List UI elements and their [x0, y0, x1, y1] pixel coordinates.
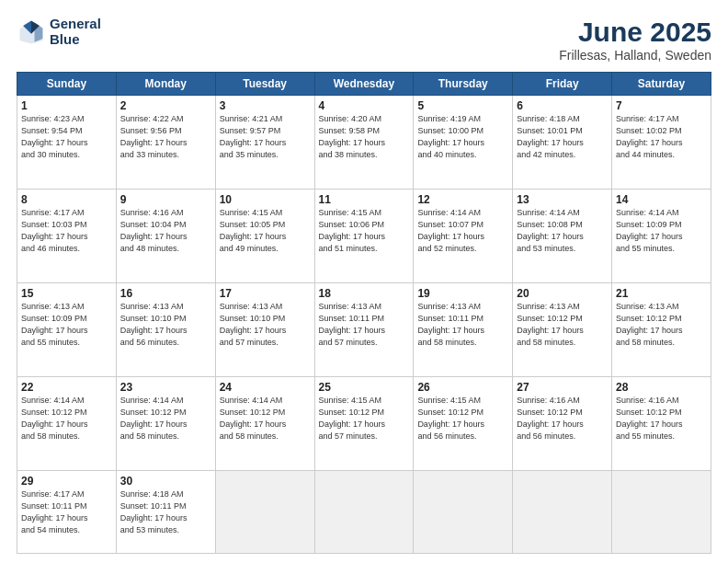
day-info: Sunrise: 4:15 AMSunset: 10:12 PMDaylight…	[417, 395, 508, 442]
table-row: 26Sunrise: 4:15 AMSunset: 10:12 PMDaylig…	[414, 376, 513, 470]
table-row: 3Sunrise: 4:21 AMSunset: 9:57 PMDaylight…	[215, 96, 314, 190]
day-info: Sunrise: 4:17 AMSunset: 10:11 PMDaylight…	[21, 488, 112, 536]
day-info: Sunrise: 4:16 AMSunset: 10:04 PMDaylight…	[120, 207, 211, 255]
day-info: Sunrise: 4:13 AMSunset: 10:10 PMDaylight…	[120, 301, 211, 349]
day-number: 6	[517, 99, 608, 112]
day-number: 12	[417, 193, 508, 206]
day-info: Sunrise: 4:14 AMSunset: 10:09 PMDaylight…	[616, 207, 707, 255]
logo-line2: Blue	[50, 32, 101, 48]
day-info: Sunrise: 4:19 AMSunset: 10:00 PMDaylight…	[417, 113, 508, 161]
day-number: 15	[21, 287, 112, 300]
logo-icon	[17, 17, 46, 47]
day-number: 1	[21, 99, 112, 112]
day-number: 4	[319, 99, 410, 112]
day-number: 25	[319, 381, 410, 394]
table-row	[314, 470, 414, 553]
table-row: 27Sunrise: 4:16 AMSunset: 10:12 PMDaylig…	[513, 376, 612, 470]
header: General Blue June 2025 Frillesas, Hallan…	[17, 17, 711, 63]
day-info: Sunrise: 4:13 AMSunset: 10:12 PMDaylight…	[517, 301, 608, 349]
table-row: 22Sunrise: 4:14 AMSunset: 10:12 PMDaylig…	[17, 376, 117, 470]
day-number: 16	[120, 287, 211, 300]
day-number: 8	[21, 193, 112, 206]
table-row: 28Sunrise: 4:16 AMSunset: 10:12 PMDaylig…	[612, 376, 711, 470]
header-row: Sunday Monday Tuesday Wednesday Thursday…	[17, 73, 711, 96]
logo: General Blue	[17, 17, 101, 47]
col-saturday: Saturday	[612, 73, 711, 96]
table-row: 5Sunrise: 4:19 AMSunset: 10:00 PMDayligh…	[414, 96, 513, 190]
table-row	[414, 470, 513, 553]
table-row: 15Sunrise: 4:13 AMSunset: 10:09 PMDaylig…	[17, 282, 117, 376]
table-row: 13Sunrise: 4:14 AMSunset: 10:08 PMDaylig…	[513, 189, 612, 282]
day-info: Sunrise: 4:20 AMSunset: 9:58 PMDaylight:…	[319, 113, 410, 161]
table-row	[513, 470, 612, 553]
table-row: 10Sunrise: 4:15 AMSunset: 10:05 PMDaylig…	[215, 189, 314, 282]
table-row	[215, 470, 314, 553]
table-row: 17Sunrise: 4:13 AMSunset: 10:10 PMDaylig…	[215, 282, 314, 376]
table-row: 7Sunrise: 4:17 AMSunset: 10:02 PMDayligh…	[612, 96, 711, 190]
day-info: Sunrise: 4:16 AMSunset: 10:12 PMDaylight…	[517, 395, 608, 442]
table-row: 12Sunrise: 4:14 AMSunset: 10:07 PMDaylig…	[414, 189, 513, 282]
table-row: 8Sunrise: 4:17 AMSunset: 10:03 PMDayligh…	[17, 189, 117, 282]
day-info: Sunrise: 4:13 AMSunset: 10:11 PMDaylight…	[417, 301, 508, 349]
day-info: Sunrise: 4:18 AMSunset: 10:11 PMDaylight…	[120, 488, 211, 536]
day-info: Sunrise: 4:15 AMSunset: 10:05 PMDaylight…	[220, 207, 311, 255]
day-number: 3	[220, 99, 311, 112]
day-info: Sunrise: 4:17 AMSunset: 10:03 PMDaylight…	[21, 207, 112, 255]
day-number: 22	[21, 381, 112, 394]
day-number: 14	[616, 193, 707, 206]
day-info: Sunrise: 4:16 AMSunset: 10:12 PMDaylight…	[616, 395, 707, 442]
day-number: 30	[120, 475, 211, 488]
table-row	[612, 470, 711, 553]
table-row: 18Sunrise: 4:13 AMSunset: 10:11 PMDaylig…	[314, 282, 414, 376]
col-monday: Monday	[116, 73, 215, 96]
day-info: Sunrise: 4:13 AMSunset: 10:11 PMDaylight…	[319, 301, 410, 349]
day-number: 9	[120, 193, 211, 206]
table-row: 6Sunrise: 4:18 AMSunset: 10:01 PMDayligh…	[513, 96, 612, 190]
day-info: Sunrise: 4:15 AMSunset: 10:12 PMDaylight…	[319, 395, 410, 442]
calendar-table: Sunday Monday Tuesday Wednesday Thursday…	[17, 72, 711, 554]
day-number: 5	[417, 99, 508, 112]
day-number: 2	[120, 99, 211, 112]
calendar-subtitle: Frillesas, Halland, Sweden	[559, 48, 711, 63]
day-info: Sunrise: 4:14 AMSunset: 10:07 PMDaylight…	[417, 207, 508, 255]
day-info: Sunrise: 4:23 AMSunset: 9:54 PMDaylight:…	[21, 113, 112, 161]
day-number: 7	[616, 99, 707, 112]
calendar-title: June 2025	[559, 17, 711, 48]
table-row: 16Sunrise: 4:13 AMSunset: 10:10 PMDaylig…	[116, 282, 215, 376]
day-info: Sunrise: 4:13 AMSunset: 10:10 PMDaylight…	[220, 301, 311, 349]
col-tuesday: Tuesday	[215, 73, 314, 96]
day-number: 20	[517, 287, 608, 300]
day-info: Sunrise: 4:14 AMSunset: 10:12 PMDaylight…	[220, 395, 311, 442]
logo-line1: General	[50, 17, 101, 32]
table-row: 4Sunrise: 4:20 AMSunset: 9:58 PMDaylight…	[314, 96, 414, 190]
day-info: Sunrise: 4:13 AMSunset: 10:09 PMDaylight…	[21, 301, 112, 349]
table-row: 24Sunrise: 4:14 AMSunset: 10:12 PMDaylig…	[215, 376, 314, 470]
day-number: 27	[517, 381, 608, 394]
day-info: Sunrise: 4:18 AMSunset: 10:01 PMDaylight…	[517, 113, 608, 161]
table-row: 23Sunrise: 4:14 AMSunset: 10:12 PMDaylig…	[116, 376, 215, 470]
col-thursday: Thursday	[414, 73, 513, 96]
col-sunday: Sunday	[17, 73, 117, 96]
day-info: Sunrise: 4:17 AMSunset: 10:02 PMDaylight…	[616, 113, 707, 161]
table-row: 20Sunrise: 4:13 AMSunset: 10:12 PMDaylig…	[513, 282, 612, 376]
day-number: 23	[120, 381, 211, 394]
table-row: 19Sunrise: 4:13 AMSunset: 10:11 PMDaylig…	[414, 282, 513, 376]
table-row: 9Sunrise: 4:16 AMSunset: 10:04 PMDayligh…	[116, 189, 215, 282]
day-number: 21	[616, 287, 707, 300]
day-number: 28	[616, 381, 707, 394]
day-number: 26	[417, 381, 508, 394]
day-info: Sunrise: 4:13 AMSunset: 10:12 PMDaylight…	[616, 301, 707, 349]
day-number: 19	[417, 287, 508, 300]
table-row: 2Sunrise: 4:22 AMSunset: 9:56 PMDaylight…	[116, 96, 215, 190]
table-row: 1Sunrise: 4:23 AMSunset: 9:54 PMDaylight…	[17, 96, 117, 190]
title-block: June 2025 Frillesas, Halland, Sweden	[559, 17, 711, 63]
table-row: 21Sunrise: 4:13 AMSunset: 10:12 PMDaylig…	[612, 282, 711, 376]
day-info: Sunrise: 4:21 AMSunset: 9:57 PMDaylight:…	[220, 113, 311, 161]
day-info: Sunrise: 4:15 AMSunset: 10:06 PMDaylight…	[319, 207, 410, 255]
logo-text: General Blue	[50, 17, 101, 47]
day-number: 13	[517, 193, 608, 206]
day-number: 10	[220, 193, 311, 206]
table-row: 11Sunrise: 4:15 AMSunset: 10:06 PMDaylig…	[314, 189, 414, 282]
day-number: 11	[319, 193, 410, 206]
day-info: Sunrise: 4:14 AMSunset: 10:12 PMDaylight…	[120, 395, 211, 442]
